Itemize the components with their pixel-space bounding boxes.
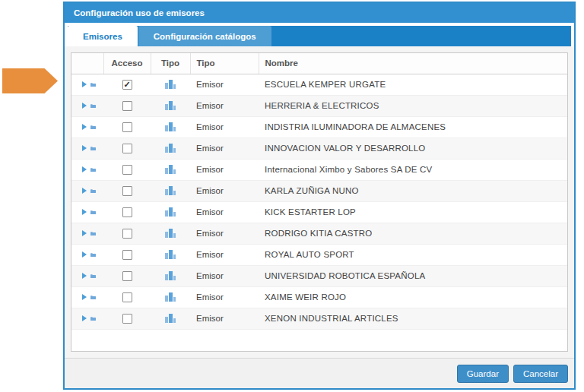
acceso-checkbox[interactable] (122, 80, 132, 90)
column-header-tipo[interactable]: Tipo (190, 53, 259, 74)
chevron-right-icon[interactable] (82, 145, 87, 151)
table-row[interactable]: Emisor HERRERIA & ELECTRICOS (71, 95, 567, 116)
tipo-cell: Emisor (190, 180, 259, 201)
chevron-right-icon[interactable] (82, 209, 87, 215)
folder-icon (90, 101, 96, 111)
building-icon (165, 143, 176, 153)
building-icon (165, 270, 176, 280)
chevron-right-icon[interactable] (82, 251, 87, 258)
acceso-checkbox[interactable] (122, 207, 132, 217)
nombre-cell: INNOVACION VALOR Y DESARROLLO (259, 138, 567, 159)
building-icon (165, 207, 176, 217)
acceso-checkbox[interactable] (122, 229, 132, 239)
table-row[interactable]: Emisor UNIVERSIDAD ROBOTICA ESPAÑOLA (71, 265, 567, 286)
tipo-cell: Emisor (190, 265, 259, 286)
dialog-titlebar: Configuración uso de emisores (65, 3, 574, 23)
tab-bar: Emisores Configuración catálogos (68, 26, 571, 46)
building-icon (165, 313, 176, 323)
table-row[interactable]: Emisor KICK ESTARTER LOP (71, 201, 567, 223)
building-icon (165, 164, 176, 174)
table-row[interactable]: Emisor INDISTRIA ILUMINADORA DE ALMACENE… (71, 116, 567, 138)
table-row[interactable]: Emisor ESCUELA KEMPER URGATE (71, 74, 567, 95)
folder-icon (90, 144, 96, 153)
column-header-nombre[interactable]: Nombre (259, 53, 567, 74)
save-button[interactable]: Guardar (457, 365, 509, 383)
building-icon (165, 228, 176, 238)
tipo-cell: Emisor (190, 286, 259, 308)
table-row[interactable]: Emisor INNOVACION VALOR Y DESARROLLO (71, 138, 567, 159)
dialog-content: Acceso Tipo Tipo Nombre (65, 46, 574, 358)
tab-configuracion-catalogos[interactable]: Configuración catálogos (138, 26, 271, 46)
nombre-cell: XENON INDUSTRIAL ARTICLES (259, 308, 567, 329)
table-header-row: Acceso Tipo Tipo Nombre (71, 53, 567, 74)
building-icon (165, 79, 176, 89)
tab-emisores-label: Emisores (83, 32, 122, 41)
column-header-acceso[interactable]: Acceso (103, 53, 151, 74)
grid-panel: Acceso Tipo Tipo Nombre (71, 52, 568, 352)
nombre-cell: KICK ESTARTER LOP (259, 201, 567, 223)
tipo-cell: Emisor (190, 244, 259, 265)
table-row[interactable]: Emisor KARLA ZUÑIGA NUNO (71, 180, 567, 201)
building-icon (165, 185, 176, 195)
acceso-checkbox[interactable] (122, 292, 132, 302)
acceso-checkbox[interactable] (122, 250, 132, 260)
acceso-checkbox[interactable] (122, 271, 132, 281)
chevron-right-icon[interactable] (82, 230, 87, 236)
tab-emisores[interactable]: Emisores (68, 26, 138, 46)
chevron-right-icon[interactable] (82, 273, 87, 279)
tipo-cell: Emisor (190, 159, 259, 180)
table-row[interactable]: Emisor Internacional Ximbo y Sabores SA … (71, 159, 567, 180)
building-icon (165, 249, 176, 259)
nombre-cell: RODRIGO KITIA CASTRO (259, 223, 567, 244)
tipo-cell: Emisor (190, 308, 259, 329)
tipo-cell: Emisor (190, 116, 259, 138)
chevron-right-icon[interactable] (82, 315, 87, 321)
chevron-right-icon[interactable] (82, 103, 87, 109)
nombre-cell: Internacional Ximbo y Sabores SA DE CV (259, 159, 567, 180)
folder-icon (90, 122, 96, 132)
cancel-button[interactable]: Cancelar (513, 365, 568, 383)
tipo-cell: Emisor (190, 74, 259, 95)
folder-icon (90, 292, 96, 302)
acceso-checkbox[interactable] (122, 314, 132, 324)
annotation-arrow-icon (2, 68, 58, 93)
chevron-right-icon[interactable] (82, 188, 87, 194)
dialog-title: Configuración uso de emisores (74, 8, 205, 17)
nombre-cell: XAIME WEIR ROJO (259, 286, 567, 308)
acceso-checkbox[interactable] (122, 101, 132, 111)
building-icon (165, 122, 176, 131)
building-icon (165, 100, 176, 110)
emisores-table: Acceso Tipo Tipo Nombre (71, 53, 567, 330)
folder-icon (90, 271, 96, 281)
folder-icon (90, 186, 96, 196)
table-row[interactable]: Emisor XENON INDUSTRIAL ARTICLES (71, 308, 567, 329)
nombre-cell: INDISTRIA ILUMINADORA DE ALMACENES (259, 116, 567, 138)
chevron-right-icon[interactable] (82, 81, 87, 87)
acceso-checkbox[interactable] (122, 165, 132, 175)
acceso-checkbox[interactable] (122, 122, 132, 132)
folder-icon (90, 80, 96, 90)
table-row[interactable]: Emisor XAIME WEIR ROJO (71, 286, 567, 308)
table-row[interactable]: Emisor ROYAL AUTO SPORT (71, 244, 567, 265)
folder-icon (90, 165, 96, 175)
nombre-cell: KARLA ZUÑIGA NUNO (259, 180, 567, 201)
folder-icon (90, 229, 96, 239)
acceso-checkbox[interactable] (122, 144, 132, 153)
chevron-right-icon[interactable] (82, 166, 87, 172)
tab-configuracion-catalogos-label: Configuración catálogos (154, 32, 256, 41)
acceso-checkbox[interactable] (122, 186, 132, 196)
chevron-right-icon[interactable] (82, 294, 87, 300)
nombre-cell: ROYAL AUTO SPORT (259, 244, 567, 265)
table-row[interactable]: Emisor RODRIGO KITIA CASTRO (71, 223, 567, 244)
tipo-cell: Emisor (190, 95, 259, 116)
column-header-tipo-icon[interactable]: Tipo (151, 53, 190, 74)
tipo-cell: Emisor (190, 201, 259, 223)
column-header-tree[interactable] (71, 53, 103, 74)
tipo-cell: Emisor (190, 138, 259, 159)
nombre-cell: HERRERIA & ELECTRICOS (259, 95, 567, 116)
tipo-cell: Emisor (190, 223, 259, 244)
nombre-cell: ESCUELA KEMPER URGATE (259, 74, 567, 95)
table-body: Emisor ESCUELA KEMPER URGATE Emisor HERR… (71, 74, 567, 329)
chevron-right-icon[interactable] (82, 124, 87, 130)
building-icon (165, 292, 176, 302)
